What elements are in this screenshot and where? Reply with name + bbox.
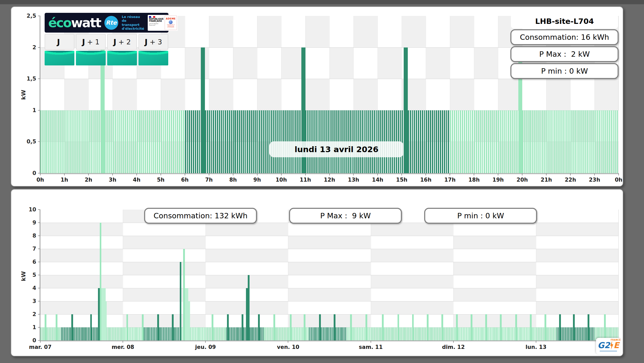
power-bar: [182, 327, 183, 340]
power-bar: [512, 110, 513, 173]
power-bar: [125, 110, 126, 173]
power-bar: [120, 327, 121, 340]
power-bar: [442, 110, 443, 173]
power-bar: [299, 327, 300, 340]
power-bar: [318, 327, 318, 340]
power-bar: [481, 327, 481, 340]
power-bar: [357, 327, 358, 340]
week-chart-plot[interactable]: mar. 07mer. 08jeu. 09ven. 10sam. 11dim. …: [40, 210, 619, 340]
power-bar: [443, 327, 443, 340]
tab-day-j1[interactable]: J+ 1: [76, 34, 106, 50]
ademe-logo: ADEME AGENCE DE LA TRANSITION ÉCOLOGIQUE: [165, 16, 177, 30]
power-bar: [324, 327, 325, 340]
power-bar: [215, 327, 215, 340]
power-bar: [370, 327, 370, 340]
power-bar: [108, 327, 109, 340]
date-label: lundi 13 avril 2026: [269, 141, 404, 157]
power-bar: [453, 327, 454, 340]
power-bar: [558, 327, 559, 340]
ecowatt-wordmark: écowatt: [48, 16, 101, 29]
power-bar: [542, 110, 543, 173]
power-bar: [61, 327, 62, 340]
power-bar: [257, 110, 259, 173]
power-bar: [133, 110, 134, 173]
week-pmax-badge: P Max : 9 kW: [289, 208, 402, 224]
power-bar: [548, 327, 549, 340]
gridline-horizontal: [40, 262, 619, 262]
power-bar: [238, 327, 239, 340]
power-bar: [532, 110, 533, 173]
power-bar: [328, 327, 328, 340]
power-bar: [265, 327, 265, 340]
power-bar: [590, 327, 591, 340]
x-tick-label: mar. 07: [29, 344, 52, 350]
forecast-thumbnail-j[interactable]: [45, 51, 74, 65]
power-bar: [74, 327, 74, 340]
power-bar: [418, 327, 419, 340]
power-bar: [369, 327, 370, 340]
power-bar: [52, 110, 54, 173]
power-bar: [482, 110, 483, 173]
forecast-thumbnail-j1[interactable]: [76, 51, 106, 65]
power-bar: [496, 110, 497, 173]
power-bar: [459, 327, 459, 340]
power-bar: [209, 327, 210, 340]
power-bar: [399, 327, 400, 340]
power-bar: [143, 110, 144, 173]
power-bar: [492, 327, 493, 340]
power-bar: [387, 327, 388, 340]
forecast-thumbnail-j2[interactable]: [107, 51, 137, 65]
power-bar: [395, 327, 395, 340]
power-bar: [239, 327, 240, 340]
power-bar: [181, 327, 182, 340]
y-tick-label: 5: [32, 272, 36, 278]
y-tick-label: 2: [32, 44, 36, 51]
power-bar: [87, 327, 87, 340]
day-pmin-badge: P min : 0 kW: [510, 63, 619, 79]
power-bar: [544, 110, 546, 173]
power-bar: [78, 327, 79, 340]
power-bar: [94, 327, 94, 340]
forecast-thumbnail-j3[interactable]: [138, 51, 168, 65]
power-bar: [408, 110, 409, 173]
power-bar: [374, 327, 375, 340]
power-bar: [81, 110, 82, 173]
power-bar: [76, 110, 78, 173]
power-bar: [247, 110, 248, 173]
power-bar: [286, 327, 287, 340]
power-bar: [484, 110, 485, 173]
x-tick-label: 8h: [229, 177, 237, 183]
tab-day-j[interactable]: J: [45, 34, 74, 50]
power-bar: [315, 327, 315, 340]
power-bar: [174, 327, 175, 340]
tab-day-j2[interactable]: J+ 2: [107, 34, 137, 50]
power-bar: [306, 327, 307, 340]
power-bar: [396, 327, 396, 340]
power-bar: [450, 327, 450, 340]
power-bar: [269, 110, 271, 173]
power-bar: [63, 327, 63, 340]
power-bar: [448, 110, 449, 173]
power-bar: [529, 327, 530, 340]
power-bar: [301, 327, 302, 340]
power-bar: [235, 110, 236, 173]
g2e-wordmark-e: E: [613, 341, 619, 349]
power-bar: [136, 327, 136, 340]
power-bar: [271, 327, 271, 340]
power-bar: [318, 327, 319, 340]
power-bar: [120, 327, 120, 340]
power-bar: [540, 327, 541, 340]
power-bar: [94, 327, 95, 340]
tab-label: J: [145, 37, 148, 46]
power-bar: [205, 327, 206, 340]
power-bar: [140, 327, 141, 340]
power-bar: [220, 327, 221, 340]
power-bar: [44, 327, 44, 340]
power-bar: [434, 110, 435, 173]
power-bar: [517, 327, 518, 340]
x-tick-label: 1h: [61, 177, 68, 183]
tab-day-j3[interactable]: J+ 3: [138, 34, 168, 50]
power-bar: [569, 327, 569, 340]
y-tick-label: 1: [32, 324, 36, 330]
power-bar: [211, 110, 212, 173]
